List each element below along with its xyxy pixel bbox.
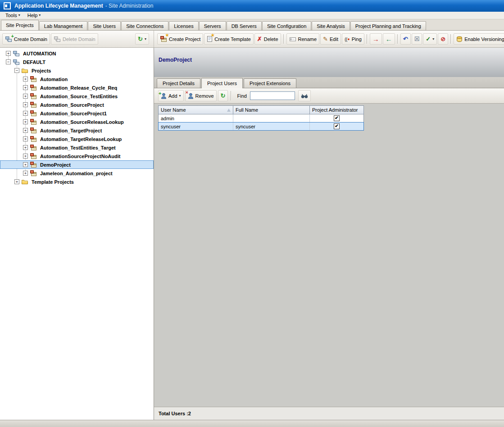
tab-project-users[interactable]: Project Users bbox=[201, 78, 243, 88]
expand-plus-icon[interactable]: + bbox=[23, 119, 28, 124]
project-icon bbox=[30, 93, 37, 100]
refresh-domains-button[interactable]: ↻ ▾ bbox=[135, 33, 149, 45]
expand-plus-icon[interactable]: + bbox=[23, 111, 28, 116]
tree-item-domain-automation[interactable]: + AUTOMATION bbox=[0, 49, 154, 58]
create-template-button[interactable]: ★ Create Template bbox=[204, 33, 254, 45]
create-project-label: Create Project bbox=[169, 36, 200, 42]
table-row-syncuser-selected[interactable]: syncuser syncuser ✔ bbox=[158, 122, 364, 131]
tree-item-project[interactable]: + Automation_SourceProject bbox=[0, 100, 154, 109]
tree-item-project[interactable]: + Automation_TargetProject bbox=[0, 126, 154, 135]
rename-project-button[interactable]: Rename bbox=[286, 33, 320, 45]
folder-icon bbox=[21, 68, 28, 73]
tree-item-template-projects-folder[interactable]: + Template Projects bbox=[0, 177, 154, 186]
project-icon bbox=[30, 127, 37, 134]
expand-plus-icon[interactable]: + bbox=[23, 162, 28, 167]
tree-item-project[interactable]: + Automation_TestEntities_Target bbox=[0, 143, 154, 152]
collapse-minus-icon[interactable]: − bbox=[14, 68, 19, 73]
maintenance-menu-button[interactable]: ✓ ▾ bbox=[423, 33, 437, 45]
add-user-button[interactable]: + Add ▾ bbox=[158, 90, 184, 101]
tab-licenses[interactable]: Licenses bbox=[169, 21, 198, 30]
create-domain-button[interactable]: + Create Domain bbox=[2, 33, 50, 45]
project-detail-tabs: Project Details Project Users Project Ex… bbox=[154, 77, 504, 88]
create-template-label: Create Template bbox=[214, 36, 251, 42]
expand-plus-icon[interactable]: + bbox=[23, 145, 28, 150]
ping-project-button[interactable]: ((● Ping bbox=[342, 33, 364, 45]
tab-project-extensions[interactable]: Project Extensions bbox=[244, 78, 296, 88]
cell-text: syncuser bbox=[161, 124, 181, 129]
cell-user-name: admin bbox=[159, 114, 233, 122]
tab-project-details[interactable]: Project Details bbox=[157, 78, 200, 88]
toolbar-separator bbox=[450, 34, 451, 44]
column-header-project-administrator[interactable]: Project Administrator bbox=[310, 106, 363, 114]
remove-project-arrow-icon: → bbox=[372, 36, 379, 42]
expand-plus-icon[interactable]: + bbox=[6, 51, 11, 56]
sort-ascending-icon bbox=[227, 109, 231, 112]
edit-project-button[interactable]: ✎ Edit bbox=[320, 33, 341, 45]
enable-versioning-button[interactable]: Enable Versioning bbox=[454, 33, 504, 45]
tree-item-project[interactable]: + Automation_Source_TestEntities bbox=[0, 92, 154, 100]
main-tab-bar: Site Projects Lab Management Site Users … bbox=[0, 19, 504, 31]
refresh-users-button[interactable]: ↻ bbox=[218, 90, 228, 101]
tree-item-project[interactable]: + Automation_SourceProject1 bbox=[0, 109, 154, 118]
tab-db-servers[interactable]: DB Servers bbox=[227, 21, 262, 30]
create-project-button[interactable]: ★ Create Project bbox=[157, 33, 203, 45]
clear-flag-button[interactable]: ☒ bbox=[412, 33, 422, 45]
expand-plus-icon[interactable]: + bbox=[23, 77, 28, 82]
block-icon: ⊘ bbox=[440, 36, 445, 42]
table-row-admin[interactable]: admin ✔ bbox=[158, 114, 364, 123]
tab-site-connections[interactable]: Site Connections bbox=[121, 21, 168, 30]
deactivate-project-button[interactable]: ⊘ bbox=[438, 33, 448, 45]
expand-plus-icon[interactable]: + bbox=[23, 94, 28, 99]
tree-item-project[interactable]: + AutomationSourceProjectNoAudit bbox=[0, 152, 154, 160]
menu-tools-label: Tools bbox=[5, 13, 17, 18]
tree-item-project[interactable]: + Automation bbox=[0, 75, 154, 83]
tree-item-label: AUTOMATION bbox=[22, 50, 58, 57]
restore-project-button[interactable]: ← bbox=[383, 33, 395, 45]
project-admin-checkbox[interactable]: ✔ bbox=[334, 115, 340, 121]
remove-user-button[interactable]: ✕ Remove bbox=[185, 90, 217, 101]
project-admin-checkbox[interactable]: ✔ bbox=[334, 123, 340, 129]
tab-site-configuration[interactable]: Site Configuration bbox=[262, 21, 311, 30]
tree-item-project-selected[interactable]: + DemoProject bbox=[0, 160, 154, 169]
tree-item-project[interactable]: + Automation_SourceReleaseLookup bbox=[0, 118, 154, 126]
expand-plus-icon[interactable]: + bbox=[23, 154, 28, 159]
undo-button[interactable]: ↶ bbox=[400, 33, 411, 45]
expand-plus-icon[interactable]: + bbox=[23, 85, 28, 90]
tree-item-label: DemoProject bbox=[39, 162, 72, 168]
new-star-badge-icon: ★ bbox=[211, 33, 214, 37]
expand-plus-icon[interactable]: + bbox=[23, 136, 28, 141]
dropdown-icon: ▾ bbox=[432, 37, 434, 41]
menu-help[interactable]: Help▾ bbox=[24, 12, 45, 19]
expand-plus-icon[interactable]: + bbox=[23, 128, 28, 133]
expand-plus-icon[interactable]: + bbox=[23, 102, 28, 107]
collapse-minus-icon[interactable]: − bbox=[6, 59, 11, 64]
tree-item-domain-default[interactable]: − DEFAULT bbox=[0, 58, 154, 66]
project-detail-header: DemoProject bbox=[154, 48, 504, 77]
column-header-user-name[interactable]: User Name bbox=[159, 106, 233, 114]
column-header-full-name[interactable]: Full Name bbox=[233, 106, 310, 114]
delete-domain-button[interactable]: Delete Domain bbox=[51, 33, 98, 45]
tab-site-users[interactable]: Site Users bbox=[88, 21, 121, 30]
tree-item-project[interactable]: + Automation_Release_Cycle_Req bbox=[0, 83, 154, 92]
find-input[interactable] bbox=[250, 91, 295, 100]
expand-plus-icon[interactable]: + bbox=[14, 179, 19, 184]
column-label: User Name bbox=[161, 107, 186, 113]
tree-item-label: DEFAULT bbox=[22, 59, 47, 65]
remove-project-button[interactable]: → bbox=[370, 33, 382, 45]
tree-item-projects-folder[interactable]: − Projects bbox=[0, 66, 154, 75]
expand-plus-icon[interactable]: + bbox=[23, 171, 28, 176]
find-button[interactable] bbox=[298, 90, 311, 101]
tab-lab-management[interactable]: Lab Management bbox=[39, 21, 88, 30]
menu-tools[interactable]: Tools▾ bbox=[2, 12, 24, 19]
delete-project-button[interactable]: ✗ Delete bbox=[254, 33, 281, 45]
tab-servers[interactable]: Servers bbox=[199, 21, 226, 30]
tab-project-planning-and-tracking[interactable]: Project Planning and Tracking bbox=[350, 21, 426, 30]
tree-item-label: Automation_Source_TestEntities bbox=[39, 93, 119, 100]
tab-site-analysis[interactable]: Site Analysis bbox=[312, 21, 350, 30]
tree-item-project[interactable]: + Automation_TargetReleaseLookup bbox=[0, 135, 154, 143]
delete-label: Delete bbox=[264, 36, 278, 42]
tree-item-project[interactable]: + Jameleon_Automation_project bbox=[0, 169, 154, 177]
cell-full-name: syncuser bbox=[233, 123, 310, 130]
total-users-count: 2 bbox=[188, 411, 191, 416]
tab-site-projects[interactable]: Site Projects bbox=[1, 20, 39, 30]
